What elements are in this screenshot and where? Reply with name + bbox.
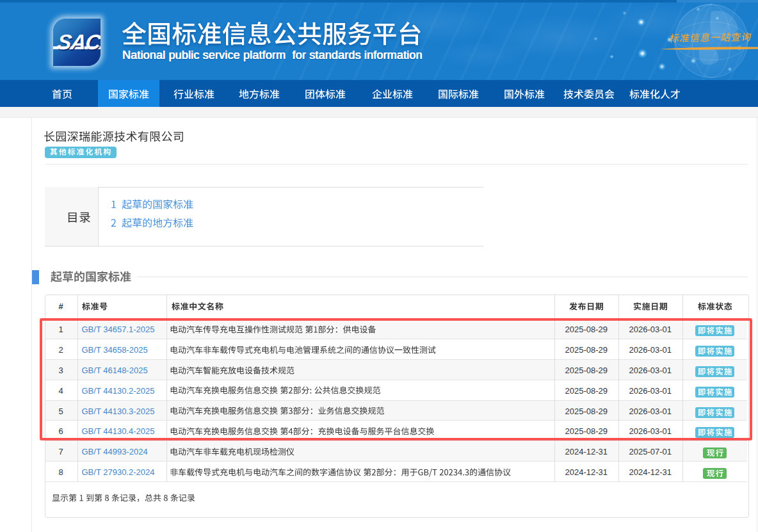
svg-text:SAC: SAC [56, 30, 101, 54]
